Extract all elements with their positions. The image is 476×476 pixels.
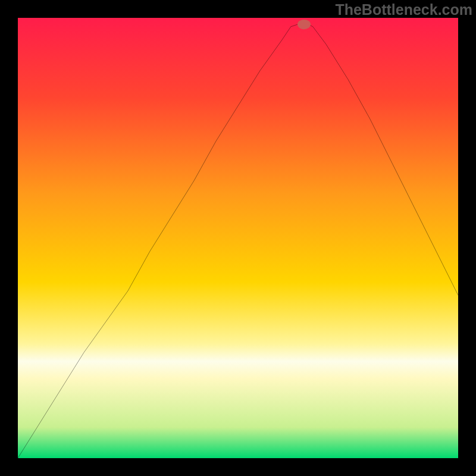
bottleneck-chart — [18, 18, 458, 458]
watermark-label: TheBottleneck.com — [335, 1, 472, 18]
gradient-background — [18, 18, 458, 458]
optimal-point-marker — [298, 20, 311, 29]
